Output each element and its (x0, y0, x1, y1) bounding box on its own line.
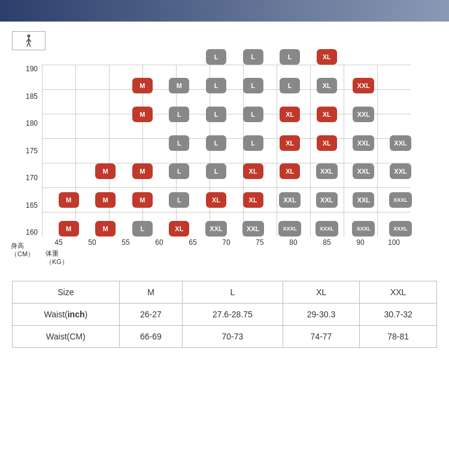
size-badge: XL (317, 135, 337, 151)
col-header-xl: XL (283, 281, 360, 304)
size-badge: XL (317, 107, 337, 122)
x-label-60: 60 (142, 238, 176, 247)
svg-line-4 (27, 43, 29, 47)
size-badge: L (243, 135, 263, 151)
x-axis: 45 50 55 60 65 70 75 80 85 90 100 (42, 238, 411, 247)
size-badge: L (169, 192, 189, 208)
x-label-55: 55 (109, 238, 142, 247)
size-badge: XXL (353, 78, 374, 93)
size-badge: L (280, 78, 300, 93)
y-axis-title: 身高 （CM） (11, 241, 34, 259)
cell-l-inch: 27.6-28.75 (183, 304, 283, 326)
size-badge: M (132, 192, 153, 208)
col-header-l: L (183, 281, 283, 304)
size-badge: M (95, 221, 116, 237)
size-badge: M (132, 107, 153, 122)
x-label-80: 80 (277, 238, 310, 247)
row-label-waist-inch: Waist(inch) (13, 304, 120, 326)
x-label-50: 50 (75, 238, 109, 247)
size-badge: L (169, 135, 189, 151)
cell-l-cm: 70-73 (183, 326, 283, 348)
x-label-70: 70 (210, 238, 243, 247)
size-badge: L (206, 107, 226, 122)
size-badge: XXL (353, 107, 374, 122)
size-badge: XL (206, 192, 226, 208)
size-selector-bar[interactable] (12, 31, 45, 50)
size-badge: XXXL (389, 192, 412, 208)
cell-m-cm: 66-69 (119, 326, 182, 348)
table-row-waist-inch: Waist(inch) 26-27 27.6-28.75 29-30.3 30.… (13, 304, 437, 326)
x-label-85: 85 (310, 238, 344, 247)
col-header-size: Size (13, 281, 120, 304)
y-label-170: 170 (17, 174, 38, 182)
table-header-row: Size M L XL XXL (13, 281, 437, 304)
x-label-75: 75 (243, 238, 277, 247)
cell-xxl-inch: 30.7-32 (360, 304, 437, 326)
cell-xl-cm: 74-77 (283, 326, 360, 348)
size-badge: L (206, 135, 226, 151)
size-badge: L (206, 49, 226, 65)
x-label-100: 100 (377, 238, 411, 247)
size-badge: XXL (390, 163, 411, 179)
cell-xxl-cm: 78-81 (360, 326, 437, 348)
y-label-160: 160 (17, 228, 38, 237)
size-badge: XXL (316, 192, 338, 208)
size-badge: M (59, 221, 79, 237)
size-badge: XL (280, 107, 300, 122)
size-badge: XXXL (352, 221, 375, 237)
size-badge: M (95, 192, 116, 208)
size-badge: M (59, 192, 79, 208)
size-badge: XXL (242, 221, 264, 237)
size-badge: L (206, 78, 226, 93)
svg-point-0 (28, 35, 31, 38)
row-label-waist-cm: Waist(CM) (13, 326, 120, 348)
size-badge: XL (243, 192, 263, 208)
cell-m-inch: 26-27 (119, 304, 182, 326)
size-badge: XXXL (315, 221, 338, 237)
col-header-m: M (119, 281, 182, 304)
content: 190 185 180 175 170 165 160 LLLXLMMLLLXL… (0, 22, 449, 357)
size-badge: M (132, 163, 153, 179)
x-axis-title: 体重 （KG） (45, 249, 68, 266)
size-badge: L (169, 163, 189, 179)
size-badge: L (243, 78, 263, 93)
size-badge: M (132, 78, 153, 93)
size-badge: M (169, 78, 189, 93)
cell-xl-inch: 29-30.3 (283, 304, 360, 326)
svg-line-5 (29, 43, 31, 47)
size-badge: XL (280, 135, 300, 151)
table-row-waist-cm: Waist(CM) 66-69 70-73 74-77 78-81 (13, 326, 437, 348)
y-label-190: 190 (17, 65, 38, 73)
size-badge: L (132, 221, 153, 237)
size-badge: XL (317, 78, 337, 93)
y-axis: 190 185 180 175 170 165 160 (17, 65, 38, 237)
x-label-45: 45 (42, 238, 75, 247)
size-badge: XXXL (278, 221, 301, 237)
x-label-65: 65 (176, 238, 210, 247)
size-badge: XL (280, 163, 300, 179)
size-badge: XL (243, 163, 263, 179)
col-header-xxl: XXL (360, 281, 437, 304)
y-label-175: 175 (17, 147, 38, 155)
man-icon (25, 34, 33, 47)
size-badge: XL (317, 49, 337, 65)
size-badge: XXL (390, 135, 411, 151)
size-badge: XXXL (389, 221, 412, 237)
size-badge: L (169, 107, 189, 122)
size-badge: L (243, 49, 263, 65)
size-badge: XXL (205, 221, 227, 237)
size-badge: XL (169, 221, 189, 237)
size-table: Size M L XL XXL Waist(inch) 26-27 27.6-2… (12, 281, 437, 348)
size-badge: XXL (353, 135, 374, 151)
x-label-90: 90 (344, 238, 377, 247)
size-badge: M (95, 163, 116, 179)
size-badge: L (206, 163, 226, 179)
y-label-180: 180 (17, 119, 38, 128)
size-badge: L (280, 49, 300, 65)
y-label-165: 165 (17, 201, 38, 210)
header (0, 0, 449, 22)
size-badge: XXL (353, 163, 374, 179)
size-badge: L (243, 107, 263, 122)
size-badge: XXL (316, 163, 338, 179)
badges-container: LLLXLMMLLLXLXXLMLLLXLXLXXLLLLXLXLXXLXXLM… (42, 65, 411, 237)
